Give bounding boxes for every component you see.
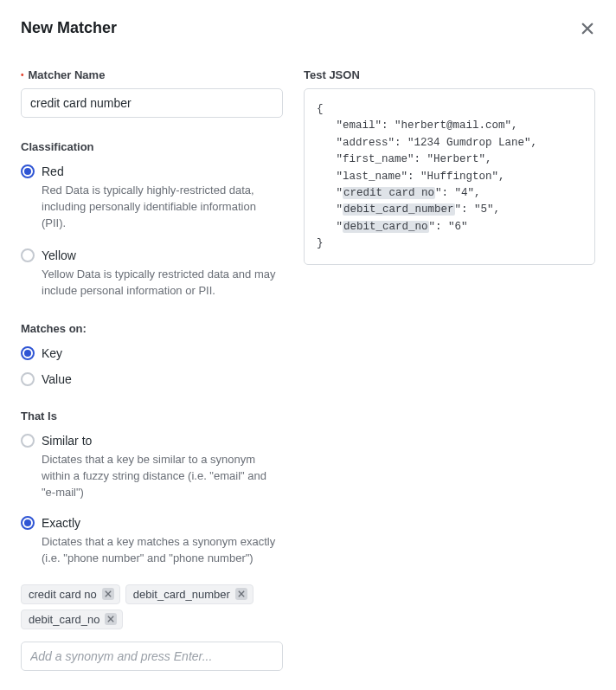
new-matcher-modal: New Matcher • Matcher Name Classificatio… [0, 0, 616, 690]
modal-title: New Matcher [21, 19, 117, 37]
matches-on-key[interactable]: Key [21, 345, 283, 361]
modal-header: New Matcher [21, 19, 595, 37]
matches-on-value[interactable]: Value [21, 371, 283, 387]
matches-on-label: Matches on: [21, 322, 283, 335]
test-json-box[interactable]: { "email": "herbert@mail.com", "address"… [304, 88, 595, 265]
required-indicator: • [21, 71, 24, 80]
form-left-column: • Matcher Name Classification Red Red Da… [21, 68, 283, 671]
matcher-name-input[interactable] [21, 88, 283, 118]
remove-tag-icon[interactable] [235, 588, 247, 600]
that-is-exactly[interactable]: Exactly Dictates that a key matches a sy… [21, 515, 283, 567]
matcher-name-label: • Matcher Name [21, 68, 283, 81]
synonym-tag: debit_card_number [125, 584, 253, 604]
classification-option-red[interactable]: Red Red Data is typically highly-restric… [21, 164, 283, 232]
test-json-label: Test JSON [304, 68, 595, 81]
radio-icon[interactable] [21, 516, 35, 530]
remove-tag-icon[interactable] [102, 588, 114, 600]
synonym-tags: credit card no debit_card_number debit_c… [21, 584, 283, 629]
radio-icon[interactable] [21, 248, 35, 262]
that-is-similar[interactable]: Similar to Dictates that a key be simila… [21, 433, 283, 501]
synonym-tag: debit_card_no [21, 609, 123, 629]
radio-icon[interactable] [21, 346, 35, 360]
close-icon[interactable] [580, 21, 595, 36]
that-is-label: That Is [21, 409, 283, 422]
radio-icon[interactable] [21, 164, 35, 178]
radio-icon[interactable] [21, 434, 35, 448]
remove-tag-icon[interactable] [105, 613, 117, 625]
synonym-input[interactable] [21, 642, 283, 671]
classification-label: Classification [21, 140, 283, 153]
synonym-tag: credit card no [21, 584, 120, 604]
radio-icon[interactable] [21, 372, 35, 386]
classification-option-yellow[interactable]: Yellow Yellow Data is typically restrict… [21, 248, 283, 300]
test-json-column: Test JSON { "email": "herbert@mail.com",… [304, 68, 595, 671]
